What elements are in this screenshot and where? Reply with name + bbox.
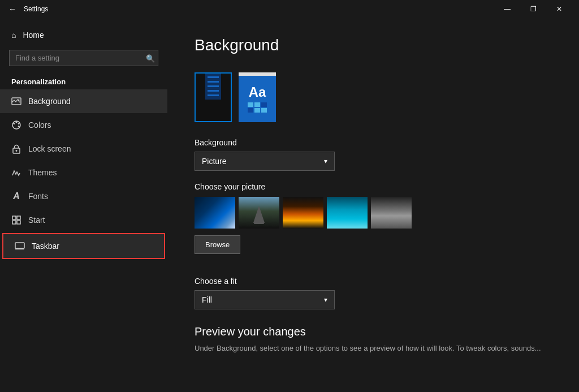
chevron-down-icon: ▾: [324, 157, 327, 165]
picture-thumb-5[interactable]: [371, 197, 412, 229]
sidebar-item-colors[interactable]: Colors: [0, 113, 167, 137]
sidebar-item-background-label: Background: [28, 97, 71, 106]
svg-point-8: [16, 150, 18, 152]
background-icon: [11, 96, 21, 106]
window-controls: — ❐ ✕: [494, 0, 572, 18]
fit-chevron-down-icon: ▾: [324, 296, 327, 304]
picture-grid: [195, 197, 552, 229]
search-input[interactable]: [9, 50, 158, 66]
titlebar: ← Settings — ❐ ✕: [0, 0, 579, 18]
section-title: Personalization: [0, 71, 167, 89]
lock-screen-icon: [11, 144, 21, 154]
svg-rect-13: [15, 243, 24, 248]
sidebar: ⌂ Home 🔍 Personalization Background: [0, 18, 167, 392]
app-body: ⌂ Home 🔍 Personalization Background: [0, 18, 579, 392]
preview-changes-title: Preview your changes: [195, 325, 552, 338]
svg-rect-9: [12, 216, 16, 219]
choose-picture-section: Choose your picture Browse: [195, 182, 552, 268]
background-label: Background: [195, 138, 552, 147]
app-title: Settings: [24, 5, 494, 13]
restore-button[interactable]: ❐: [520, 0, 546, 18]
svg-rect-14: [15, 248, 24, 249]
main-content: Background: [167, 18, 579, 392]
choose-fit-label: Choose a fit: [195, 277, 552, 286]
sidebar-item-lock-screen-label: Lock screen: [28, 144, 71, 153]
sidebar-item-start-label: Start: [28, 216, 45, 225]
fit-dropdown[interactable]: Fill ▾: [195, 290, 335, 309]
sidebar-item-fonts-label: Fonts: [28, 192, 48, 201]
sidebar-item-lock-screen[interactable]: Lock screen: [0, 137, 167, 161]
search-box-container: 🔍: [9, 50, 158, 66]
start-icon: [11, 215, 21, 225]
fit-dropdown-value: Fill: [202, 295, 212, 304]
sidebar-item-taskbar-label: Taskbar: [32, 242, 59, 251]
svg-rect-10: [17, 216, 20, 219]
choose-fit-section: Choose a fit Fill ▾: [195, 277, 552, 309]
minimize-button[interactable]: —: [494, 0, 520, 18]
preview-thumbnails: Aa: [195, 68, 552, 122]
preview-changes-desc: Under Background, select one of the opti…: [195, 343, 552, 354]
svg-point-6: [13, 123, 15, 124]
svg-point-3: [16, 122, 18, 123]
sidebar-item-colors-label: Colors: [28, 120, 51, 130]
svg-point-5: [18, 126, 20, 127]
theme-thumb-2[interactable]: Aa: [239, 72, 276, 122]
background-dropdown-value: Picture: [202, 157, 227, 166]
sidebar-item-fonts[interactable]: A Fonts: [0, 184, 167, 208]
sidebar-item-themes-label: Themes: [28, 168, 57, 177]
background-section: Background Picture ▾: [195, 138, 552, 171]
themes-icon: [11, 167, 21, 178]
picture-thumb-1[interactable]: [195, 197, 235, 229]
home-icon: ⌂: [11, 31, 16, 40]
page-title: Background: [195, 36, 552, 54]
preview-section: Preview your changes Under Background, s…: [195, 325, 552, 354]
home-label: Home: [23, 31, 44, 40]
svg-rect-12: [17, 221, 20, 224]
svg-rect-11: [12, 221, 16, 224]
sidebar-item-taskbar[interactable]: Taskbar: [2, 233, 165, 259]
browse-button[interactable]: Browse: [195, 235, 240, 254]
theme-thumb-1[interactable]: [195, 72, 232, 122]
back-button[interactable]: ←: [7, 3, 18, 15]
choose-picture-label: Choose your picture: [195, 182, 552, 191]
colors-icon: [11, 120, 21, 130]
svg-point-4: [18, 123, 20, 124]
taskbar-icon: [15, 241, 25, 251]
search-icon: 🔍: [146, 54, 155, 62]
sidebar-item-start[interactable]: Start: [0, 208, 167, 232]
picture-thumb-3[interactable]: [283, 197, 323, 229]
close-button[interactable]: ✕: [546, 0, 572, 18]
background-dropdown[interactable]: Picture ▾: [195, 152, 335, 171]
fonts-icon: A: [11, 191, 21, 201]
sidebar-home[interactable]: ⌂ Home: [0, 25, 167, 45]
sidebar-item-themes[interactable]: Themes: [0, 161, 167, 184]
picture-thumb-2[interactable]: [239, 197, 279, 229]
picture-thumb-4[interactable]: [327, 197, 368, 229]
sidebar-item-background[interactable]: Background: [0, 89, 167, 113]
svg-point-1: [18, 100, 20, 101]
